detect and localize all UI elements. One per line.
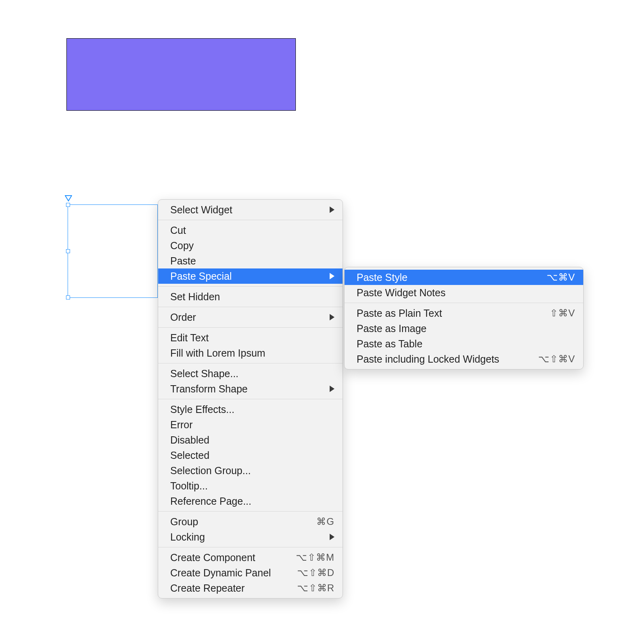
- menu-item-shortcut: ⌥⌘V: [547, 270, 575, 285]
- menu-item-shortcut: ⌘G: [316, 514, 334, 529]
- menu-item-right: [330, 314, 334, 320]
- menu-item-right: ⌥⇧⌘R: [297, 581, 334, 595]
- menu-item-create-dynamic-panel[interactable]: Create Dynamic Panel⌥⇧⌘D: [158, 565, 343, 580]
- menu-separator: [158, 363, 343, 363]
- chevron-right-icon: [330, 314, 334, 320]
- menu-item-reference-page[interactable]: Reference Page...: [158, 493, 343, 509]
- menu-item-paste-as-image[interactable]: Paste as Image: [345, 321, 583, 336]
- menu-item-shortcut: ⌥⇧⌘R: [297, 581, 334, 595]
- svg-marker-3: [330, 314, 334, 320]
- menu-item-edit-text[interactable]: Edit Text: [158, 330, 343, 345]
- menu-item-shortcut: ⌥⇧⌘V: [538, 352, 575, 366]
- menu-item-select-widget[interactable]: Select Widget: [158, 202, 343, 217]
- svg-marker-0: [65, 196, 72, 201]
- menu-item-shortcut: ⇧⌘V: [550, 306, 575, 320]
- menu-item-label: Error: [170, 417, 193, 432]
- menu-item-right: [330, 534, 334, 540]
- context-submenu-paste-special[interactable]: Paste Style⌥⌘VPaste Widget NotesPaste as…: [344, 267, 584, 369]
- canvas-rectangle-filled[interactable]: [66, 38, 296, 111]
- menu-item-order[interactable]: Order: [158, 310, 343, 325]
- menu-item-label: Style Effects...: [170, 402, 234, 417]
- selection-connector-indicator: [65, 195, 72, 202]
- menu-item-select-shape[interactable]: Select Shape...: [158, 366, 343, 381]
- menu-item-paste-as-plain-text[interactable]: Paste as Plain Text⇧⌘V: [345, 305, 583, 321]
- menu-item-label: Paste as Image: [357, 321, 427, 336]
- svg-marker-5: [330, 534, 334, 540]
- menu-item-label: Disabled: [170, 433, 209, 447]
- menu-item-paste-special[interactable]: Paste Special: [158, 268, 343, 284]
- menu-separator: [158, 399, 343, 399]
- menu-item-label: Paste: [170, 254, 196, 268]
- menu-item-error[interactable]: Error: [158, 417, 343, 432]
- menu-item-create-component[interactable]: Create Component⌥⇧⌘M: [158, 550, 343, 565]
- chevron-right-icon: [330, 386, 334, 392]
- menu-item-right: [330, 386, 334, 392]
- menu-item-shortcut: ⌥⇧⌘M: [296, 550, 334, 565]
- menu-item-label: Selection Group...: [170, 463, 251, 478]
- svg-marker-1: [330, 206, 334, 213]
- svg-marker-2: [330, 273, 334, 279]
- menu-item-label: Paste Widget Notes: [357, 285, 446, 300]
- chevron-right-icon: [330, 273, 334, 279]
- menu-item-right: [330, 206, 334, 213]
- menu-item-label: Tooltip...: [170, 479, 208, 493]
- selection-handle-mid-left[interactable]: [66, 249, 70, 253]
- menu-item-label: Paste including Locked Widgets: [357, 352, 499, 366]
- menu-separator: [158, 511, 343, 512]
- menu-item-label: Select Widget: [170, 202, 232, 217]
- chevron-right-icon: [330, 206, 334, 213]
- menu-separator: [158, 547, 343, 547]
- menu-item-paste-widget-notes[interactable]: Paste Widget Notes: [345, 285, 583, 300]
- menu-item-label: Reference Page...: [170, 494, 252, 508]
- menu-item-fill-with-lorem-ipsum[interactable]: Fill with Lorem Ipsum: [158, 345, 343, 361]
- menu-item-label: Selected: [170, 448, 209, 462]
- menu-item-selected[interactable]: Selected: [158, 448, 343, 463]
- menu-item-paste-including-locked-widgets[interactable]: Paste including Locked Widgets⌥⇧⌘V: [345, 351, 583, 367]
- menu-separator: [158, 220, 343, 220]
- menu-item-right: ⌥⇧⌘V: [538, 352, 575, 366]
- menu-item-label: Create Component: [170, 550, 255, 565]
- menu-item-shortcut: ⌥⇧⌘D: [297, 566, 334, 580]
- menu-item-right: ⇧⌘V: [550, 306, 575, 320]
- menu-item-locking[interactable]: Locking: [158, 529, 343, 545]
- menu-item-style-effects[interactable]: Style Effects...: [158, 402, 343, 417]
- menu-item-selection-group[interactable]: Selection Group...: [158, 463, 343, 478]
- selection-bounding-box[interactable]: [68, 204, 158, 298]
- menu-item-cut[interactable]: Cut: [158, 223, 343, 238]
- chevron-right-icon: [330, 534, 334, 540]
- menu-item-copy[interactable]: Copy: [158, 238, 343, 253]
- menu-item-set-hidden[interactable]: Set Hidden: [158, 289, 343, 304]
- selection-handle-top-left[interactable]: [66, 203, 70, 207]
- menu-item-label: Select Shape...: [170, 366, 239, 381]
- menu-item-paste[interactable]: Paste: [158, 253, 343, 268]
- menu-item-transform-shape[interactable]: Transform Shape: [158, 381, 343, 396]
- menu-item-label: Fill with Lorem Ipsum: [170, 346, 265, 360]
- menu-item-label: Cut: [170, 223, 186, 237]
- menu-separator: [158, 286, 343, 287]
- menu-item-label: Group: [170, 514, 198, 529]
- context-menu[interactable]: Select WidgetCutCopyPastePaste SpecialSe…: [158, 199, 343, 599]
- menu-item-label: Locking: [170, 530, 205, 544]
- menu-item-right: ⌥⌘V: [547, 270, 575, 285]
- menu-item-paste-style[interactable]: Paste Style⌥⌘V: [345, 270, 583, 285]
- menu-item-right: ⌘G: [316, 514, 334, 529]
- menu-item-right: ⌥⇧⌘M: [296, 550, 334, 565]
- menu-item-disabled[interactable]: Disabled: [158, 432, 343, 448]
- menu-item-label: Edit Text: [170, 330, 208, 345]
- menu-item-label: Set Hidden: [170, 289, 220, 304]
- menu-item-label: Order: [170, 310, 196, 324]
- menu-item-right: [330, 273, 334, 279]
- menu-item-tooltip[interactable]: Tooltip...: [158, 478, 343, 493]
- menu-item-paste-as-table[interactable]: Paste as Table: [345, 336, 583, 351]
- menu-separator: [158, 327, 343, 328]
- menu-item-label: Paste Special: [170, 269, 232, 283]
- menu-separator: [345, 303, 583, 303]
- svg-marker-4: [330, 386, 334, 392]
- selection-handle-bottom-left[interactable]: [66, 295, 70, 299]
- menu-item-create-repeater[interactable]: Create Repeater⌥⇧⌘R: [158, 580, 343, 596]
- menu-item-label: Transform Shape: [170, 382, 248, 396]
- menu-item-label: Paste as Plain Text: [357, 306, 442, 320]
- menu-separator: [158, 307, 343, 307]
- menu-item-group[interactable]: Group⌘G: [158, 514, 343, 529]
- menu-item-label: Paste as Table: [357, 336, 423, 351]
